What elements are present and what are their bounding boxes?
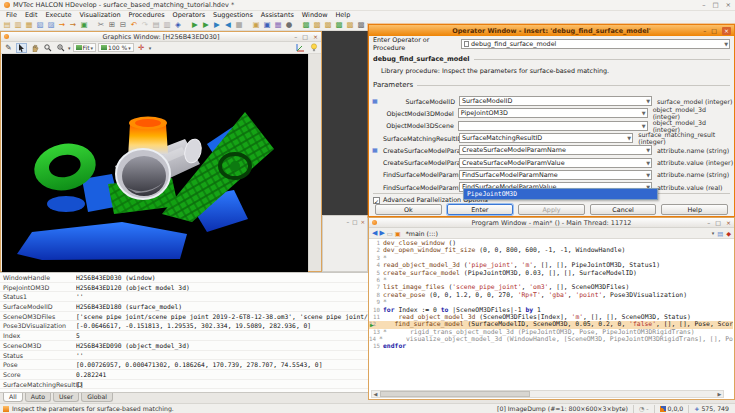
enter-button[interactable]: Enter <box>447 204 514 215</box>
forward-icon[interactable]: ▶ <box>379 229 384 237</box>
copy-icon[interactable]: ⊞ <box>107 20 117 30</box>
menu-file[interactable]: File <box>2 11 21 20</box>
menu-edit[interactable]: Edit <box>21 11 42 20</box>
zoom-100-button[interactable]: 100 %▾ <box>98 43 134 52</box>
redo-icon[interactable]: ↷ <box>140 20 150 30</box>
calibration-assistant-icon[interactable]: ▩ <box>312 20 322 30</box>
maximize-icon[interactable]: □ <box>302 33 308 41</box>
param-value-combo[interactable]: FindSurfaceModelParamName▼ <box>459 170 652 180</box>
menu-visualization[interactable]: Visualization <box>75 11 124 20</box>
ok-button[interactable]: Ok <box>375 204 442 215</box>
axes-icon[interactable] <box>295 43 306 53</box>
import-icon[interactable]: → <box>68 20 78 30</box>
pan-icon[interactable] <box>29 43 40 53</box>
variable-tab-global[interactable]: Global <box>81 393 113 402</box>
close-icon[interactable]: × <box>726 219 731 227</box>
save-icon[interactable]: ▧ <box>35 20 45 30</box>
dropdown-item-selected[interactable]: PipeJointOM3D <box>464 189 657 199</box>
variable-row-SurfaceMatchingResultID[interactable]: SurfaceMatchingResultID[] <box>0 380 368 390</box>
param-value-combo[interactable]: CreateSurfaceModelParamValue▼ <box>459 158 652 168</box>
minimize-icon[interactable]: – <box>703 27 706 35</box>
grayvalue-assistant-icon[interactable]: ▩ <box>356 20 366 30</box>
variable-row-Pose[interactable]: Pose[0.00726957, 0.000471302, 0.186264, … <box>0 360 368 370</box>
maximize-icon[interactable]: □ <box>712 1 718 9</box>
variable-row-SceneOM3D[interactable]: SceneOM3DH256B43ED090 (object_model_3d) <box>0 341 368 351</box>
replace-icon[interactable]: ▥ <box>162 20 172 30</box>
zoom-out-icon[interactable] <box>55 43 66 53</box>
param-value-combo[interactable]: SurfaceMatchingResultID▼ <box>459 133 633 143</box>
copy-program-icon[interactable]: ▤ <box>717 230 723 237</box>
menu-procedures[interactable]: Procedures <box>125 11 169 20</box>
ocr-assistant-icon[interactable]: ▩ <box>345 20 355 30</box>
save-all-icon[interactable]: ▨ <box>46 20 56 30</box>
open-example-icon[interactable]: ▦ <box>24 20 34 30</box>
move-3d-dropdown-arrow-icon[interactable]: ▾ <box>149 45 152 51</box>
variable-tab-auto[interactable]: Auto <box>25 393 51 402</box>
menu-help[interactable]: Help <box>331 11 354 20</box>
variable-tab-user[interactable]: User <box>53 393 79 402</box>
fit-image-button[interactable]: Fit▾ <box>73 43 97 52</box>
menu-execute[interactable]: Execute <box>41 11 75 20</box>
scroll-right-icon[interactable]: ▶ <box>716 391 723 397</box>
advanced-checkbox[interactable]: ✓ <box>373 197 380 204</box>
back-icon[interactable]: ◀ <box>372 229 377 237</box>
menu-operators[interactable]: Operators <box>169 11 209 20</box>
chevron-down-icon[interactable]: ▼ <box>646 172 650 178</box>
measure-assistant-icon[interactable]: ▩ <box>323 20 333 30</box>
draw-icon[interactable]: ✎ <box>3 43 14 53</box>
dropdown-arrow-icon[interactable]: ▾ <box>712 230 715 236</box>
program-window-titlebar[interactable]: Program Window - main* () - Main Thread:… <box>369 218 734 228</box>
minimize-icon[interactable]: – <box>702 1 705 9</box>
export-icon[interactable]: → <box>57 20 67 30</box>
procedures-icon[interactable]: ◆ <box>726 230 731 237</box>
chevron-down-icon[interactable]: ▼ <box>646 147 650 153</box>
step-into-icon[interactable]: ▶ <box>212 20 222 30</box>
variable-row-PipeJointOM3D[interactable]: PipeJointOM3DH256B43ED120 (object_model_… <box>0 283 368 293</box>
chevron-down-icon[interactable]: ▼ <box>724 41 728 47</box>
maximize-icon[interactable]: □ <box>715 219 721 227</box>
variable-row-SceneOM3DFiles[interactable]: SceneOM3DFiles['scene_pipe_joint/scene_p… <box>0 312 368 322</box>
menu-assistants[interactable]: Assistants <box>257 11 298 20</box>
main-procedure-icon[interactable]: ▣ <box>395 230 401 237</box>
chevron-down-icon[interactable]: ▼ <box>646 160 650 166</box>
graphics-canvas[interactable] <box>2 54 308 272</box>
variable-row-Pose3DVisualization[interactable]: Pose3DVisualization[-0.0646617, -0.15181… <box>0 321 368 331</box>
undo-icon[interactable]: ↶ <box>129 20 139 30</box>
param-value-combo[interactable]: SurfaceModelID▼ <box>459 96 652 106</box>
settings-icon[interactable]: ● <box>284 20 294 30</box>
apply-button[interactable]: Apply <box>518 204 585 215</box>
variable-row-SurfaceModelID[interactable]: SurfaceModelIDH256B43ED180 (surface_mode… <box>0 302 368 312</box>
new-program-icon[interactable]: ▤ <box>2 20 12 30</box>
param-value-combo[interactable]: CreateSurfaceModelParamName▼ <box>459 145 652 155</box>
paste-icon[interactable]: ⊟ <box>118 20 128 30</box>
tab-main[interactable]: *main (:::) <box>403 230 441 237</box>
bookmark-icon[interactable]: ◈ <box>173 20 183 30</box>
minimize-icon[interactable]: – <box>707 219 710 227</box>
close-icon[interactable]: × <box>360 218 365 226</box>
variable-row-WindowHandle[interactable]: WindowHandleH256B43ED030 (window) <box>0 273 368 283</box>
screenshot-icon[interactable]: ▣ <box>79 20 89 30</box>
cut-icon[interactable]: ✂ <box>96 20 106 30</box>
menu-window[interactable]: Window <box>298 11 332 20</box>
close-icon[interactable]: × <box>313 33 318 41</box>
operator-combo[interactable]: debug_find_surface_model ▼ <box>461 39 730 49</box>
scroll-left-icon[interactable]: ◀ <box>372 391 379 397</box>
procedure-window-icon[interactable]: ▭ <box>387 230 393 237</box>
variable-row-Status[interactable]: Status'' <box>0 351 368 361</box>
stop-icon[interactable]: ■ <box>234 20 244 30</box>
set-breakpoint-icon[interactable]: ▣ <box>251 20 261 30</box>
variable-row-Status1[interactable]: Status1'' <box>0 292 368 302</box>
maximize-icon[interactable]: □ <box>711 27 717 35</box>
image-acquisition-assistant-icon[interactable]: ▩ <box>301 20 311 30</box>
maximize-icon[interactable]: □ <box>352 218 357 226</box>
close-icon[interactable]: × <box>726 1 731 9</box>
horizontal-scrollbar[interactable]: ◀ ▶ <box>371 390 724 398</box>
variable-row-Score[interactable]: Score0.282241 <box>0 370 368 380</box>
chevron-down-icon[interactable]: ▼ <box>627 135 631 141</box>
variable-row-Index[interactable]: Index5 <box>0 331 368 341</box>
lightbulb-icon[interactable] <box>308 43 319 53</box>
move-3d-icon[interactable]: ✛ <box>136 43 147 53</box>
code-editor[interactable]: 1dev_close_window ()2dev_open_window_fit… <box>369 240 733 389</box>
cancel-button[interactable]: Cancel <box>590 204 657 215</box>
open-program-icon[interactable]: ▥ <box>13 20 23 30</box>
